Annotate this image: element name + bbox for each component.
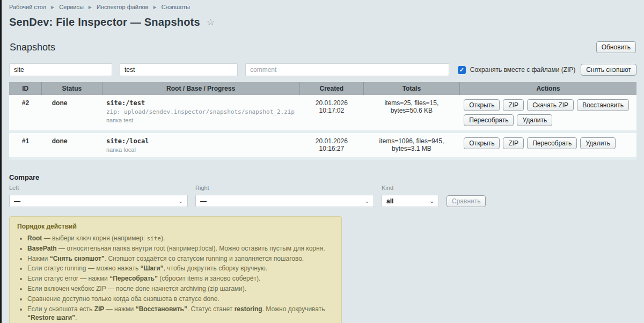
help-bold: “Пересобрать” xyxy=(109,275,158,282)
breadcrumb-item[interactable]: Рабочий стол xyxy=(9,4,46,10)
help-item: Сравнение доступно только когда оба снэп… xyxy=(27,295,334,304)
help-text: , чтобы докрутить сборку вручную. xyxy=(164,265,268,272)
favorite-star-icon[interactable]: ☆ xyxy=(207,18,215,27)
compare-right-select[interactable]: — ⌄ xyxy=(195,195,374,207)
row-action-button[interactable]: ZIP xyxy=(503,99,524,111)
table-header-cell: ID xyxy=(9,82,42,95)
refresh-button[interactable]: Обновить xyxy=(596,41,636,53)
breadcrumb-separator-icon: ▶ xyxy=(89,5,92,10)
help-item: BasePath — относительная папка внутри ro… xyxy=(27,245,334,253)
help-text: . xyxy=(75,314,77,321)
row-action-button[interactable]: Открыть xyxy=(464,137,500,149)
root-input[interactable] xyxy=(9,63,112,76)
comment-input[interactable] xyxy=(245,63,449,76)
breadcrumb-item[interactable]: Снэпшоты xyxy=(162,4,190,10)
compare-right-value: — xyxy=(200,197,207,205)
page-title: SenDev: File Inspector — Snapshots xyxy=(9,16,200,28)
snapshot-root-path: site:/local xyxy=(106,137,295,145)
actions-wrap: ОткрытьZIPСкачать ZIPВосстановитьПересоб… xyxy=(464,99,632,126)
help-bold: ZIP xyxy=(94,305,105,313)
snapshot-actions-cell: ОткрытьZIPПересобратьУдалить xyxy=(459,132,636,159)
table-header-cell: Totals xyxy=(363,82,459,95)
chevron-down-icon: ⌄ xyxy=(364,199,370,204)
help-text: . Снэпшот создаётся со статусом running … xyxy=(105,255,304,262)
compare-right-label: Right xyxy=(195,185,374,191)
snapshot-created-cell: 20.01.2026 10:17:02 xyxy=(299,95,363,132)
help-bold: “Restore шаги” xyxy=(27,314,75,321)
chevron-down-icon: ⌄ xyxy=(178,199,184,204)
zip-checkbox[interactable]: ✓ xyxy=(458,66,466,74)
breadcrumb-item[interactable]: Сервисы xyxy=(59,4,84,10)
row-action-button[interactable]: Скачать ZIP xyxy=(527,99,574,111)
help-text: Если статус running — можно нажать xyxy=(27,265,140,272)
table-header-cell: Root / Base / Progress xyxy=(102,82,299,95)
help-item: Если статус error — нажми “Пересобрать” … xyxy=(27,275,334,283)
compare-kind-select[interactable]: all ⌄ xyxy=(382,195,439,207)
snapshot-root-cell: site:/testzip: upload/sendev.inspector/s… xyxy=(102,95,299,132)
breadcrumb: Рабочий стол▶Сервисы▶Инспектор файлов▶Сн… xyxy=(9,4,636,10)
compare-button[interactable]: Сравнить xyxy=(447,195,486,207)
breadcrumb-item[interactable]: Инспектор файлов xyxy=(97,4,149,10)
breadcrumb-separator-icon: ▶ xyxy=(153,5,156,10)
snapshot-status-cell: done xyxy=(42,95,102,132)
compare-left-label: Left xyxy=(9,185,188,191)
snapshot-root-cell: site:/localпапка local xyxy=(102,132,299,159)
snapshot-actions-cell: ОткрытьZIPСкачать ZIPВосстановитьПересоб… xyxy=(459,95,636,132)
row-action-button[interactable]: ZIP xyxy=(503,137,524,149)
compare-left-select[interactable]: — ⌄ xyxy=(9,195,188,207)
snapshot-root-path: site:/test xyxy=(106,99,295,107)
row-action-button[interactable]: Восстановить xyxy=(577,99,629,111)
help-title: Порядок действий xyxy=(17,223,334,230)
help-item: Нажми “Снять снэпшот”. Снэпшот создаётся… xyxy=(27,255,334,263)
snapshot-status-cell: done xyxy=(42,132,102,159)
snapshot-form: ✓ Сохранять вместе с файлами (ZIP) Снять… xyxy=(9,63,636,76)
row-action-button[interactable]: Удалить xyxy=(580,137,616,149)
help-item: Root — выбери ключ корня (например: site… xyxy=(27,234,334,243)
page: Рабочий стол▶Сервисы▶Инспектор файлов▶Сн… xyxy=(0,0,644,323)
help-text: Нажми xyxy=(27,255,50,262)
help-bold: restoring xyxy=(235,305,262,313)
help-list: Root — выбери ключ корня (например: site… xyxy=(17,234,334,322)
help-text: — нажми xyxy=(104,305,135,313)
base-path-input[interactable] xyxy=(120,63,238,76)
row-action-button[interactable]: Удалить xyxy=(517,114,552,126)
help-text: . Можно докручивать xyxy=(262,305,325,313)
snapshot-id-cell: #1 xyxy=(9,132,42,159)
help-bold: “Снять снэпшот” xyxy=(50,255,105,262)
compare-left-value: — xyxy=(14,197,20,205)
help-code: site xyxy=(147,235,161,242)
snapshot-id-cell: #2 xyxy=(9,95,42,132)
snapshot-totals-cell: items=25, files=15, bytes=50.6 KB xyxy=(363,95,459,132)
table-header-cell: Actions xyxy=(459,82,636,95)
table-header-row: IDStatusRoot / Base / ProgressCreatedTot… xyxy=(9,82,636,95)
compare-left-field: Left — ⌄ xyxy=(9,185,188,207)
help-bold: Root xyxy=(27,234,42,242)
row-action-button[interactable]: Пересобрать xyxy=(527,137,577,149)
window-left-edge xyxy=(0,0,2,323)
help-text: — выбери ключ корня (например: xyxy=(42,234,147,242)
snapshot-comment: папка local xyxy=(106,146,295,153)
help-text: Сравнение доступно только когда оба снэп… xyxy=(27,295,219,303)
help-box: Порядок действий Root — выбери ключ корн… xyxy=(9,216,342,323)
compare-right-field: Right — ⌄ xyxy=(195,185,374,207)
take-snapshot-button[interactable]: Снять снэпшот xyxy=(581,64,636,76)
row-action-button[interactable]: Пересобрать xyxy=(464,114,514,126)
title-row: SenDev: File Inspector — Snapshots ☆ xyxy=(9,16,636,28)
help-bold: “Восстановить” xyxy=(136,305,187,313)
table-header-cell: Status xyxy=(42,82,102,95)
section-header: Snapshots Обновить xyxy=(9,41,636,53)
compare-controls: Left — ⌄ Right — ⌄ Kind all ⌄ Сравнить xyxy=(9,185,636,207)
help-item: Если у снэпшота есть ZIP — нажми “Восста… xyxy=(27,305,334,322)
snapshot-zip-path: zip: upload/sendev.inspector/snapshots/s… xyxy=(106,108,295,115)
compare-kind-value: all xyxy=(386,197,393,205)
chevron-down-icon: ⌄ xyxy=(429,199,435,204)
help-item: Если статус running — можно нажать “Шаги… xyxy=(27,265,334,273)
help-text: Если включен чекбокс ZIP — после done на… xyxy=(27,285,246,292)
help-item: Если включен чекбокс ZIP — после done на… xyxy=(27,285,334,293)
compare-kind-label: Kind xyxy=(382,185,439,191)
row-action-button[interactable]: Открыть xyxy=(464,99,500,111)
table-row: #1donesite:/localпапка local20.01.2026 1… xyxy=(9,132,636,159)
breadcrumb-separator-icon: ▶ xyxy=(51,5,54,10)
help-text: ). xyxy=(161,234,165,242)
zip-checkbox-label[interactable]: ✓ Сохранять вместе с файлами (ZIP) xyxy=(458,66,576,74)
